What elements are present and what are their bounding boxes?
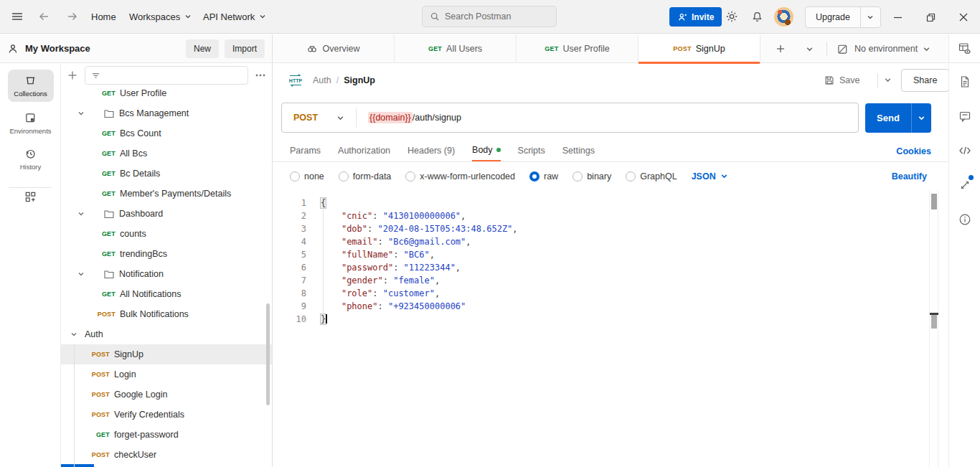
window-maximize-button[interactable] [920, 9, 941, 26]
body-type-raw[interactable]: raw [529, 171, 558, 181]
documentation-icon[interactable] [949, 65, 980, 99]
chevron-down-icon [70, 331, 77, 338]
workspace-title[interactable]: My Workspace [25, 43, 179, 54]
request-tab-strip: OverviewGETAll UsersGETUser ProfilePOSTS… [273, 34, 948, 63]
new-tab-plus-icon[interactable] [773, 42, 788, 56]
tree-item-bcs-count[interactable]: GETBcs Count [61, 123, 272, 143]
body-type-form-data[interactable]: form-data [339, 171, 392, 181]
collapse-chevron-icon[interactable] [70, 331, 77, 338]
save-options-chevron-icon[interactable] [884, 76, 892, 84]
tree-item-verify-credentials[interactable]: POSTVerify Credentials [61, 405, 272, 425]
hamburger-menu-icon[interactable] [11, 0, 24, 33]
import-button[interactable]: Import [225, 39, 265, 58]
open-tab-signup[interactable]: POSTSignUp [639, 34, 760, 63]
tree-item-checkuser[interactable]: POSTcheckUser [61, 445, 272, 465]
save-button[interactable]: Save [824, 69, 860, 92]
nav-home[interactable]: Home [91, 0, 116, 33]
code-snippet-icon[interactable] [949, 133, 980, 168]
tree-item-member-s-payments-details[interactable]: GETMember's Payments/Details [61, 184, 272, 204]
share-button[interactable]: Share [901, 69, 949, 92]
related-requests-icon[interactable] [949, 168, 980, 202]
tree-item-notification[interactable]: Notification [61, 264, 272, 284]
method-selector[interactable]: POST [282, 103, 356, 132]
tree-item-bulk-notifications[interactable]: POSTBulk Notifications [61, 304, 272, 324]
upgrade-chevron[interactable] [860, 7, 880, 27]
forward-arrow-icon[interactable] [66, 0, 79, 33]
history-icon [24, 148, 37, 160]
breadcrumb-request[interactable]: SignUp [344, 75, 375, 85]
add-collection-icon[interactable] [67, 70, 78, 81]
tree-item-login[interactable]: POSTLogin [61, 364, 272, 385]
body-type-binary[interactable]: binary [573, 171, 611, 181]
rail-environments[interactable]: Environments [0, 112, 61, 135]
open-tab-all-users[interactable]: GETAll Users [395, 34, 517, 63]
avatar[interactable] [774, 7, 793, 27]
beautify-link[interactable]: Beautify [892, 171, 927, 181]
sidebar-scrollbar-thumb[interactable] [266, 303, 270, 405]
body-type-label: binary [587, 171, 611, 181]
collapse-chevron-icon[interactable] [77, 110, 85, 117]
tree-item-dashboard[interactable]: Dashboard [61, 204, 272, 224]
send-button[interactable]: Send [865, 103, 931, 133]
tree-item-google-login[interactable]: POSTGoogle Login [61, 385, 272, 405]
nav-workspaces[interactable]: Workspaces [129, 0, 192, 33]
tree-item-auth[interactable]: Auth [61, 324, 272, 344]
back-arrow-icon[interactable] [37, 0, 50, 33]
bell-icon[interactable] [751, 0, 763, 33]
tree-item-bc-details[interactable]: GETBc Details [61, 164, 272, 184]
body-editor[interactable]: 1{2 "cnic": "4130100000006",3 "dob": "20… [273, 190, 948, 467]
request-tab-authorization[interactable]: Authorization [338, 140, 390, 161]
request-tab-scripts[interactable]: Scripts [518, 140, 545, 161]
collapse-chevron-icon[interactable] [77, 210, 85, 217]
breadcrumb-collection[interactable]: Auth [313, 75, 331, 85]
comments-icon[interactable] [949, 99, 980, 133]
window-minimize-button[interactable] [887, 9, 908, 26]
filter-input[interactable] [85, 66, 248, 85]
invite-button[interactable]: Invite [669, 7, 722, 27]
open-tab-user-profile[interactable]: GETUser Profile [517, 34, 639, 63]
tree-item-trendingbcs[interactable]: GETtrendingBcs [61, 244, 272, 264]
tree-item-counts[interactable]: GETcounts [61, 224, 272, 244]
method-badge: POST [673, 45, 691, 52]
collapse-chevron-icon[interactable] [77, 270, 85, 278]
line-number: 7 [273, 274, 306, 287]
body-type-graphql[interactable]: GraphQL [626, 171, 677, 181]
request-tab-body[interactable]: Body [472, 140, 501, 161]
tree-item-all-notifications[interactable]: GETAll Notifications [61, 284, 272, 304]
more-options-icon[interactable] [255, 70, 266, 81]
body-type-x-www-form-urlencoded[interactable]: x-www-form-urlencoded [405, 171, 515, 181]
new-button[interactable]: New [186, 39, 219, 58]
environment-quick-look-icon[interactable] [958, 42, 971, 55]
rail-history[interactable]: History [0, 148, 61, 171]
environment-selector[interactable]: No environment [837, 34, 918, 63]
info-icon[interactable] [949, 202, 980, 237]
environment-chevron-icon[interactable] [923, 45, 930, 53]
language-selector[interactable]: JSON [692, 171, 728, 181]
nav-api-network[interactable]: API Network [203, 0, 266, 33]
body-type-none[interactable]: none [290, 171, 324, 181]
editor-scrollbar[interactable] [929, 190, 938, 467]
open-tab-overview[interactable]: Overview [273, 34, 395, 63]
workspace-header: My Workspace New Import [0, 34, 272, 63]
search-input[interactable]: Search Postman [422, 6, 557, 27]
upgrade-button[interactable]: Upgrade [805, 6, 881, 28]
request-tab-headers-9[interactable]: Headers (9) [407, 140, 455, 161]
tree-item-forget-password[interactable]: GETforget-password [61, 425, 272, 445]
cookies-link[interactable]: Cookies [896, 140, 931, 162]
tree-item-signup[interactable]: POSTSignUp [61, 344, 272, 364]
editor-scrollbar-thumb[interactable] [931, 194, 937, 209]
request-tab-params[interactable]: Params [290, 140, 321, 161]
request-tab-settings[interactable]: Settings [562, 140, 595, 161]
text-cursor [326, 314, 327, 324]
send-options-chevron[interactable] [911, 103, 931, 133]
window-close-button[interactable] [953, 9, 974, 26]
tab-options-chevron-icon[interactable] [802, 42, 816, 56]
tree-item-bcs-management[interactable]: Bcs Management [61, 103, 272, 123]
request-tab-label: Body [472, 145, 493, 155]
rail-collections[interactable]: Collections [0, 70, 61, 102]
gear-icon[interactable] [725, 0, 738, 33]
method-badge: POST [94, 311, 116, 318]
tree-item-all-bcs[interactable]: GETAll Bcs [61, 143, 272, 164]
rail-more-blocks[interactable] [0, 191, 61, 203]
url-input[interactable]: {{domain}}/auth/signup [368, 113, 461, 123]
